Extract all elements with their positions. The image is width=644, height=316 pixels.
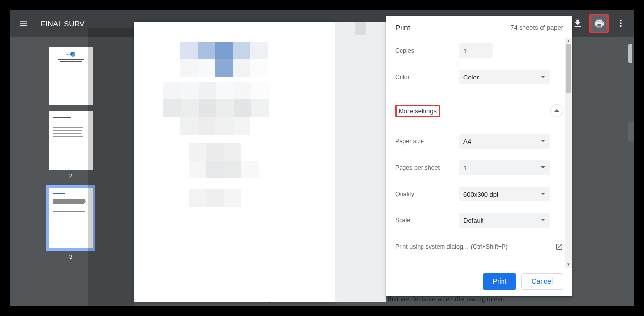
print-dialog-footer: Print Cancel xyxy=(386,268,572,296)
cancel-button[interactable]: Cancel xyxy=(521,273,563,290)
menu-button[interactable] xyxy=(14,14,33,33)
copies-input[interactable] xyxy=(459,43,493,58)
preview-shadow xyxy=(88,28,134,306)
download-icon xyxy=(572,18,583,29)
open-external-icon xyxy=(555,243,563,251)
scale-select[interactable]: Default xyxy=(459,213,550,228)
pages-per-sheet-row: Pages per sheet 1 xyxy=(395,155,563,181)
pages-per-sheet-value: 1 xyxy=(463,164,467,172)
copies-row: Copies xyxy=(395,38,563,64)
quality-label: Quality xyxy=(395,191,459,198)
print-button[interactable] xyxy=(589,14,609,33)
print-icon xyxy=(594,18,604,29)
more-settings-row: More settings xyxy=(395,97,563,124)
paper-size-value: A4 xyxy=(463,138,471,145)
color-select[interactable]: Color xyxy=(459,70,550,84)
dialog-scrollbar[interactable]: ▴ ▾ xyxy=(565,38,572,268)
preview-sidebar-strip xyxy=(335,22,386,302)
chevron-down-icon xyxy=(541,218,545,223)
more-settings-label[interactable]: More settings xyxy=(395,105,440,117)
quality-select[interactable]: 600x300 dpi xyxy=(459,187,550,201)
print-preview-page xyxy=(134,22,335,302)
scale-row: Scale Default xyxy=(395,207,563,234)
print-confirm-button[interactable]: Print xyxy=(483,273,517,290)
paper-size-select[interactable]: A4 xyxy=(459,134,550,149)
dialog-scroll-down[interactable]: ▾ xyxy=(565,261,572,268)
thumbnail-label-2: 2 xyxy=(69,173,73,179)
more-options-button[interactable] xyxy=(611,14,630,33)
preview-strip-handle xyxy=(355,22,366,35)
chevron-down-icon xyxy=(541,75,545,79)
chevron-up-icon xyxy=(554,108,559,113)
color-label: Color xyxy=(395,74,459,80)
dialog-scrollbar-thumb[interactable] xyxy=(566,44,571,93)
thumbnail-page-1[interactable]: The xyxy=(49,47,93,105)
color-row: Color Color xyxy=(395,64,563,90)
pages-per-sheet-label: Pages per sheet xyxy=(395,164,459,171)
system-dialog-row[interactable]: Print using system dialog… (Ctrl+Shift+P… xyxy=(395,236,563,258)
hamburger-icon xyxy=(19,19,28,28)
thumbnail-page-2[interactable] xyxy=(49,111,93,170)
sheets-summary: 74 sheets of paper xyxy=(510,24,563,31)
scale-label: Scale xyxy=(395,217,459,224)
system-dialog-label: Print using system dialog… (Ctrl+Shift+P… xyxy=(395,243,508,250)
print-dialog-body: Copies Color Color More settings xyxy=(386,38,572,268)
chevron-down-icon xyxy=(541,139,545,144)
print-dialog-title: Print xyxy=(395,23,410,32)
paper-size-row: Paper size A4 xyxy=(395,128,563,155)
quality-value: 600x300 dpi xyxy=(463,191,498,198)
viewer-scrollbar[interactable] xyxy=(627,37,632,306)
chevron-down-icon xyxy=(541,192,545,197)
copies-label: Copies xyxy=(395,47,459,54)
pages-per-sheet-select[interactable]: 1 xyxy=(459,160,550,175)
thumbnail-label-3: 3 xyxy=(69,254,73,260)
blurred-content xyxy=(163,42,306,283)
chevron-down-icon xyxy=(541,165,545,170)
app-frame: FINAL SURV The xyxy=(5,5,639,311)
document-title: FINAL SURV xyxy=(41,20,85,28)
dialog-scroll-up[interactable]: ▴ xyxy=(565,38,572,44)
color-value: Color xyxy=(463,74,479,81)
print-dialog-header: Print 74 sheets of paper xyxy=(386,16,572,38)
side-tab-handle[interactable] xyxy=(628,122,634,141)
print-dialog: Print 74 sheets of paper Copies Color Co… xyxy=(386,16,572,296)
collapse-more-settings-button[interactable] xyxy=(550,104,563,117)
viewer-scrollbar-thumb[interactable] xyxy=(628,44,632,63)
more-vertical-icon xyxy=(615,18,626,29)
paper-size-label: Paper size xyxy=(395,138,459,145)
scale-value: Default xyxy=(463,217,483,224)
quality-row: Quality 600x300 dpi xyxy=(395,181,563,207)
